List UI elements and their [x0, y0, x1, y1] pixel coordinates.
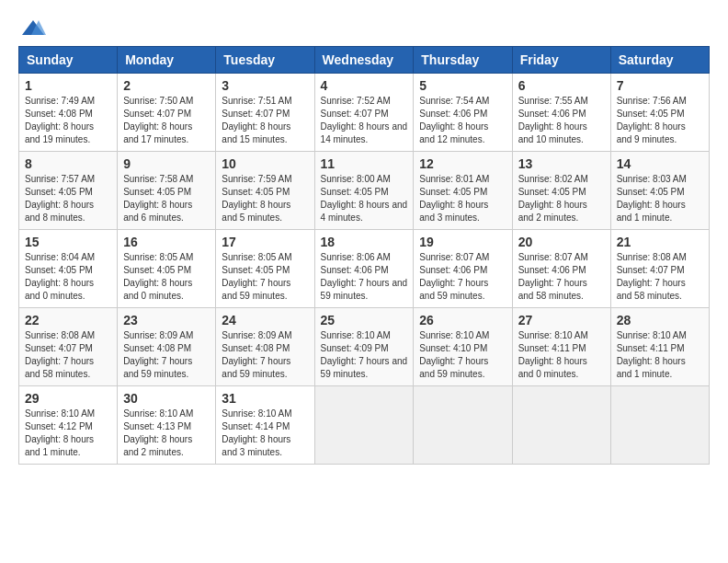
calendar-cell: 10 Sunrise: 7:59 AM Sunset: 4:05 PM Dayl…: [216, 152, 314, 230]
calendar-cell: 27 Sunrise: 8:10 AM Sunset: 4:11 PM Dayl…: [512, 308, 610, 386]
day-info: Sunrise: 7:58 AM Sunset: 4:05 PM Dayligh…: [123, 173, 210, 224]
calendar-cell: 6 Sunrise: 7:55 AM Sunset: 4:06 PM Dayli…: [512, 74, 610, 152]
day-number: 14: [617, 156, 703, 171]
calendar-header-sunday: Sunday: [19, 47, 118, 74]
day-info: Sunrise: 8:01 AM Sunset: 4:05 PM Dayligh…: [419, 173, 506, 224]
calendar-week-2: 8 Sunrise: 7:57 AM Sunset: 4:05 PM Dayli…: [19, 152, 710, 230]
calendar-cell: [512, 386, 610, 465]
day-info: Sunrise: 8:10 AM Sunset: 4:13 PM Dayligh…: [123, 408, 210, 459]
day-info: Sunrise: 8:06 AM Sunset: 4:06 PM Dayligh…: [321, 251, 408, 303]
calendar-cell: 4 Sunrise: 7:52 AM Sunset: 4:07 PM Dayli…: [314, 74, 414, 152]
calendar-cell: 12 Sunrise: 8:01 AM Sunset: 4:05 PM Dayl…: [414, 152, 512, 230]
calendar-week-1: 1 Sunrise: 7:49 AM Sunset: 4:08 PM Dayli…: [19, 74, 710, 152]
day-info: Sunrise: 8:10 AM Sunset: 4:14 PM Dayligh…: [222, 408, 308, 459]
calendar-cell: 24 Sunrise: 8:09 AM Sunset: 4:08 PM Dayl…: [216, 308, 314, 386]
calendar-cell: 29 Sunrise: 8:10 AM Sunset: 4:12 PM Dayl…: [19, 386, 118, 465]
calendar-cell: 8 Sunrise: 7:57 AM Sunset: 4:05 PM Dayli…: [19, 152, 118, 230]
calendar-cell: 13 Sunrise: 8:02 AM Sunset: 4:05 PM Dayl…: [512, 152, 610, 230]
calendar-cell: 7 Sunrise: 7:56 AM Sunset: 4:05 PM Dayli…: [610, 74, 709, 152]
day-info: Sunrise: 7:52 AM Sunset: 4:07 PM Dayligh…: [321, 95, 408, 146]
day-number: 2: [123, 78, 210, 93]
day-info: Sunrise: 8:10 AM Sunset: 4:12 PM Dayligh…: [25, 408, 111, 459]
day-info: Sunrise: 8:02 AM Sunset: 4:05 PM Dayligh…: [518, 173, 605, 224]
day-info: Sunrise: 8:10 AM Sunset: 4:09 PM Dayligh…: [321, 329, 408, 381]
day-number: 17: [222, 235, 308, 249]
day-number: 5: [419, 78, 506, 93]
calendar-cell: 18 Sunrise: 8:06 AM Sunset: 4:06 PM Dayl…: [314, 230, 414, 308]
calendar-cell: 20 Sunrise: 8:07 AM Sunset: 4:06 PM Dayl…: [512, 230, 610, 308]
day-number: 31: [222, 391, 308, 406]
day-number: 8: [25, 156, 111, 171]
day-info: Sunrise: 7:59 AM Sunset: 4:05 PM Dayligh…: [222, 173, 308, 224]
calendar-cell: [414, 386, 512, 465]
calendar-cell: 28 Sunrise: 8:10 AM Sunset: 4:11 PM Dayl…: [610, 308, 709, 386]
calendar-week-3: 15 Sunrise: 8:04 AM Sunset: 4:05 PM Dayl…: [19, 230, 710, 308]
logo-icon: [20, 18, 46, 37]
calendar-header-friday: Friday: [512, 47, 610, 74]
day-info: Sunrise: 8:00 AM Sunset: 4:05 PM Dayligh…: [321, 173, 408, 224]
calendar-cell: 25 Sunrise: 8:10 AM Sunset: 4:09 PM Dayl…: [314, 308, 414, 386]
day-info: Sunrise: 7:56 AM Sunset: 4:05 PM Dayligh…: [617, 95, 703, 146]
day-info: Sunrise: 8:10 AM Sunset: 4:11 PM Dayligh…: [617, 329, 703, 381]
page-header: [18, 18, 710, 37]
day-info: Sunrise: 8:08 AM Sunset: 4:07 PM Dayligh…: [25, 329, 111, 381]
day-number: 29: [25, 391, 111, 406]
day-number: 10: [222, 156, 308, 171]
calendar-cell: 22 Sunrise: 8:08 AM Sunset: 4:07 PM Dayl…: [19, 308, 118, 386]
day-info: Sunrise: 8:08 AM Sunset: 4:07 PM Dayligh…: [617, 251, 703, 303]
calendar-cell: 17 Sunrise: 8:05 AM Sunset: 4:05 PM Dayl…: [216, 230, 314, 308]
logo: [18, 18, 46, 37]
day-info: Sunrise: 8:07 AM Sunset: 4:06 PM Dayligh…: [518, 251, 605, 303]
calendar-cell: 14 Sunrise: 8:03 AM Sunset: 4:05 PM Dayl…: [610, 152, 709, 230]
calendar-cell: 19 Sunrise: 8:07 AM Sunset: 4:06 PM Dayl…: [414, 230, 512, 308]
calendar-cell: 31 Sunrise: 8:10 AM Sunset: 4:14 PM Dayl…: [216, 386, 314, 465]
day-number: 30: [123, 391, 210, 406]
day-number: 23: [123, 313, 210, 327]
calendar-header-saturday: Saturday: [610, 47, 709, 74]
day-info: Sunrise: 7:49 AM Sunset: 4:08 PM Dayligh…: [25, 95, 111, 146]
calendar-header-thursday: Thursday: [414, 47, 512, 74]
day-number: 11: [321, 156, 408, 171]
day-number: 20: [518, 235, 605, 249]
calendar-week-4: 22 Sunrise: 8:08 AM Sunset: 4:07 PM Dayl…: [19, 308, 710, 386]
day-number: 19: [419, 235, 506, 249]
day-number: 15: [25, 235, 111, 249]
calendar-cell: 3 Sunrise: 7:51 AM Sunset: 4:07 PM Dayli…: [216, 74, 314, 152]
calendar-cell: 15 Sunrise: 8:04 AM Sunset: 4:05 PM Dayl…: [19, 230, 118, 308]
day-info: Sunrise: 7:50 AM Sunset: 4:07 PM Dayligh…: [123, 95, 210, 146]
calendar-cell: 21 Sunrise: 8:08 AM Sunset: 4:07 PM Dayl…: [610, 230, 709, 308]
calendar-header-monday: Monday: [118, 47, 216, 74]
day-number: 24: [222, 313, 308, 327]
day-info: Sunrise: 7:51 AM Sunset: 4:07 PM Dayligh…: [222, 95, 308, 146]
calendar-header-tuesday: Tuesday: [216, 47, 314, 74]
calendar-cell: [314, 386, 414, 465]
day-info: Sunrise: 8:04 AM Sunset: 4:05 PM Dayligh…: [25, 251, 111, 303]
calendar-cell: 2 Sunrise: 7:50 AM Sunset: 4:07 PM Dayli…: [118, 74, 216, 152]
calendar-cell: 23 Sunrise: 8:09 AM Sunset: 4:08 PM Dayl…: [118, 308, 216, 386]
day-number: 25: [321, 313, 408, 327]
day-number: 1: [25, 78, 111, 93]
calendar-table: SundayMondayTuesdayWednesdayThursdayFrid…: [18, 46, 710, 465]
day-number: 13: [518, 156, 605, 171]
day-info: Sunrise: 7:54 AM Sunset: 4:06 PM Dayligh…: [419, 95, 506, 146]
day-number: 4: [321, 78, 408, 93]
day-number: 9: [123, 156, 210, 171]
calendar-cell: 16 Sunrise: 8:05 AM Sunset: 4:05 PM Dayl…: [118, 230, 216, 308]
calendar-cell: 11 Sunrise: 8:00 AM Sunset: 4:05 PM Dayl…: [314, 152, 414, 230]
day-number: 26: [419, 313, 506, 327]
day-number: 6: [518, 78, 605, 93]
calendar-cell: 9 Sunrise: 7:58 AM Sunset: 4:05 PM Dayli…: [118, 152, 216, 230]
day-info: Sunrise: 8:10 AM Sunset: 4:10 PM Dayligh…: [419, 329, 506, 381]
day-info: Sunrise: 8:03 AM Sunset: 4:05 PM Dayligh…: [617, 173, 703, 224]
day-number: 21: [617, 235, 703, 249]
day-number: 3: [222, 78, 308, 93]
day-info: Sunrise: 7:57 AM Sunset: 4:05 PM Dayligh…: [25, 173, 111, 224]
calendar-cell: 26 Sunrise: 8:10 AM Sunset: 4:10 PM Dayl…: [414, 308, 512, 386]
day-info: Sunrise: 8:09 AM Sunset: 4:08 PM Dayligh…: [222, 329, 308, 381]
calendar-header-wednesday: Wednesday: [314, 47, 414, 74]
day-number: 27: [518, 313, 605, 327]
calendar-cell: 30 Sunrise: 8:10 AM Sunset: 4:13 PM Dayl…: [118, 386, 216, 465]
day-info: Sunrise: 8:05 AM Sunset: 4:05 PM Dayligh…: [123, 251, 210, 303]
day-info: Sunrise: 8:09 AM Sunset: 4:08 PM Dayligh…: [123, 329, 210, 381]
calendar-cell: 1 Sunrise: 7:49 AM Sunset: 4:08 PM Dayli…: [19, 74, 118, 152]
